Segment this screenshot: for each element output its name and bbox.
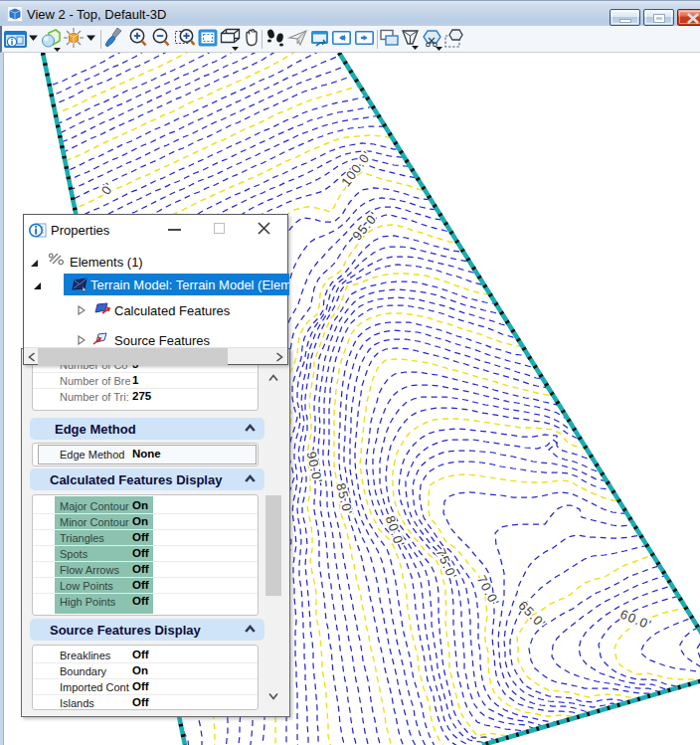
svg-text:80.0': 80.0' <box>383 513 408 549</box>
svg-text:95.0': 95.0' <box>349 209 382 244</box>
svg-text:70.0': 70.0' <box>474 573 503 609</box>
svg-text:75.0': 75.0' <box>434 546 460 582</box>
svg-text:85.0': 85.0' <box>333 481 355 516</box>
svg-text:0': 0' <box>98 179 117 197</box>
svg-text:100.0': 100.0' <box>338 147 375 189</box>
svg-text:90.0': 90.0' <box>304 450 325 484</box>
